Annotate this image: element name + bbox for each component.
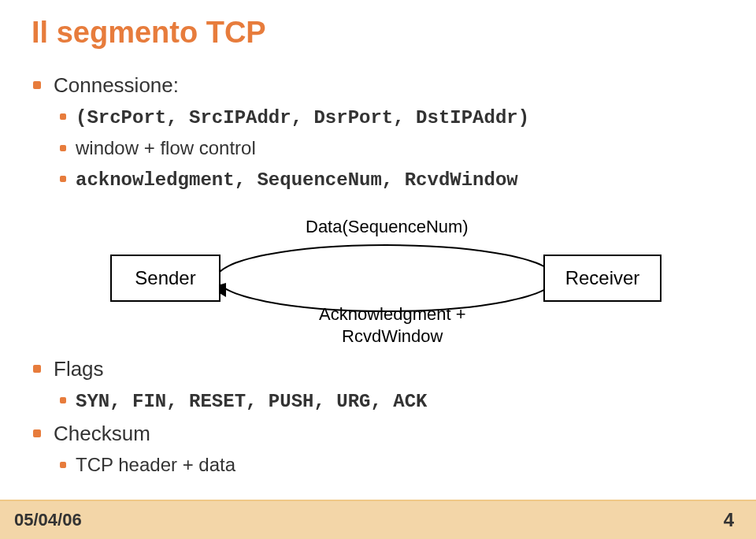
diagram: Sender Receiver Data(SequenceNum) Acknow… xyxy=(110,207,662,349)
bullet-checksum: Checksum TCP header + data xyxy=(32,420,724,478)
diagram-top-label: Data(SequenceNum) xyxy=(306,217,469,237)
footer-date: 05/04/06 xyxy=(14,510,82,530)
sub-tuple: (SrcPort, SrcIPAddr, DsrPort, DstIPAddr) xyxy=(54,104,724,131)
content-list-bottom: Flags SYN, FIN, RESET, PUSH, URG, ACK Ch… xyxy=(32,355,724,478)
footer-page: 4 xyxy=(724,509,734,531)
sub-flow: window + flow control xyxy=(54,136,724,161)
sub-ack-seq: acknowledgment, SequenceNum, RcvdWindow xyxy=(54,166,724,193)
sender-box: Sender xyxy=(110,255,220,302)
footer-bar: 05/04/06 4 xyxy=(0,500,756,539)
content-list: Connessione: (SrcPort, SrcIPAddr, DsrPor… xyxy=(32,72,724,193)
receiver-box: Receiver xyxy=(543,255,662,302)
diagram-bottom-label: Acknowledgment + RcvdWindow xyxy=(319,303,466,347)
sub-flags-values: SYN, FIN, RESET, PUSH, URG, ACK xyxy=(54,388,724,414)
slide-title: Il segmento TCP xyxy=(32,16,724,50)
svg-point-0 xyxy=(217,245,555,311)
slide: Il segmento TCP Connessione: (SrcPort, S… xyxy=(0,0,756,539)
receiver-label: Receiver xyxy=(565,267,640,289)
bullet-flags: Flags SYN, FIN, RESET, PUSH, URG, ACK xyxy=(32,355,724,414)
bullet-connessione: Connessione: (SrcPort, SrcIPAddr, DsrPor… xyxy=(32,72,724,193)
sender-label: Sender xyxy=(135,267,195,289)
label-connessione: Connessione: xyxy=(54,73,179,97)
sub-checksum: TCP header + data xyxy=(54,452,724,478)
